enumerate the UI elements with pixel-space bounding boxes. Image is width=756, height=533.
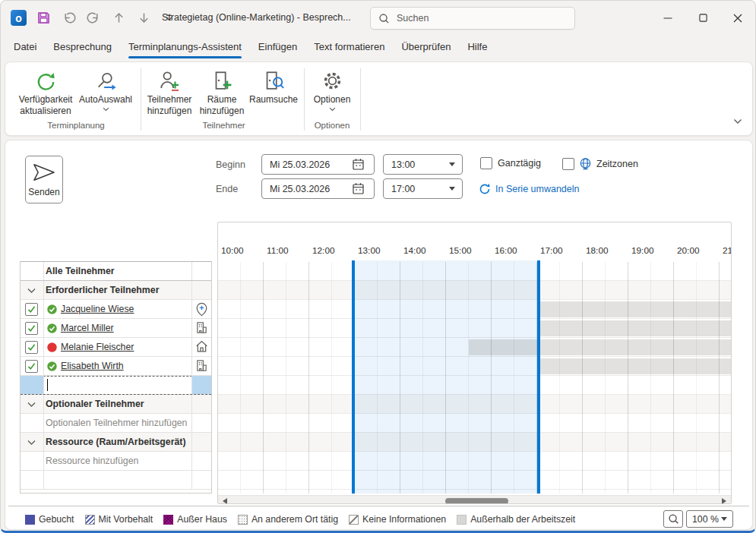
begin-time-dropdown[interactable]: 13:00 — [383, 154, 463, 175]
add-rooms-button[interactable]: Räume hinzufügen — [197, 67, 247, 117]
undo-icon[interactable] — [59, 8, 79, 28]
location-add-icon[interactable] — [195, 302, 208, 317]
attendee-checkbox[interactable] — [25, 341, 38, 354]
quick-access-toolbar: o — [8, 8, 179, 28]
timezones-checkbox[interactable] — [562, 158, 574, 170]
send-button[interactable]: Senden — [25, 156, 63, 203]
legend-label: Keine Informationen — [362, 514, 446, 525]
tab-besprechung[interactable]: Besprechung — [45, 35, 120, 60]
minimize-icon[interactable] — [650, 1, 685, 35]
room-finder-button[interactable]: Raumsuche — [248, 67, 299, 106]
attendee-name-link[interactable]: Jacqueline Wiese — [61, 304, 134, 314]
column-divider — [191, 281, 192, 299]
zoom-button[interactable] — [663, 510, 683, 528]
tab-terminplanungs-assistent[interactable]: Terminplanungs-Assistent — [120, 35, 250, 60]
legend-item: Gebucht — [25, 514, 74, 525]
placeholder-row[interactable]: Ressource hinzufügen — [21, 452, 211, 471]
attendee-row[interactable]: Jacqueline Wiese — [21, 300, 211, 319]
collapse-ribbon-chevron-icon[interactable] — [733, 118, 742, 125]
scrollbar-thumb[interactable] — [445, 498, 508, 504]
attendee-name-link[interactable]: Marcel Miller — [61, 323, 114, 333]
convert-to-series-link[interactable]: In Serie umwandeln — [479, 183, 579, 195]
end-date-field[interactable] — [261, 178, 375, 199]
chevron-down-icon — [329, 107, 336, 112]
end-label: Ende — [216, 184, 238, 194]
refresh-availability-button[interactable]: Verfügbarkeit aktualisieren — [8, 67, 84, 117]
legend-label: An anderem Ort tätig — [251, 514, 338, 525]
tab-hilfe[interactable]: Hilfe — [459, 35, 495, 60]
move-down-icon[interactable] — [134, 8, 154, 28]
tab-datei[interactable]: Datei — [5, 35, 45, 60]
horizontal-scrollbar[interactable] — [218, 495, 731, 504]
attendee-checkbox[interactable] — [25, 322, 38, 335]
room-search-icon — [248, 67, 299, 94]
allday-checkbox[interactable] — [480, 157, 492, 169]
column-divider — [43, 452, 44, 470]
group-divider — [304, 68, 305, 131]
column-divider — [43, 300, 44, 318]
recurrence-icon — [479, 183, 491, 195]
zoom-level-dropdown[interactable]: 100 % — [686, 510, 733, 528]
scroll-right-arrow-icon[interactable] — [722, 498, 726, 504]
begin-date-field[interactable] — [261, 154, 375, 175]
move-up-icon[interactable] — [109, 8, 129, 28]
calendar-icon[interactable] — [352, 158, 365, 171]
time-label: 16:00 — [495, 245, 517, 256]
tab-ueberpruefen[interactable]: Überprüfen — [393, 35, 459, 60]
ribbon-tabs: Datei Besprechung Terminplanungs-Assiste… — [5, 35, 495, 60]
availability-legend: GebuchtMit VorbehaltAußer HausAn anderem… — [25, 512, 575, 527]
calendar-icon[interactable] — [352, 182, 365, 195]
save-icon[interactable] — [33, 8, 54, 28]
collapse-group-chevron-icon[interactable] — [27, 288, 36, 294]
legend-swatch-working-elsewhere — [238, 515, 248, 525]
redo-icon[interactable] — [84, 8, 104, 28]
options-button[interactable]: Optionen — [308, 67, 356, 112]
outlook-logo-icon: o — [8, 8, 29, 28]
row-select-cell — [191, 376, 211, 394]
attendee-row[interactable]: Melanie Fleischer — [21, 338, 211, 357]
column-divider — [191, 376, 192, 394]
autopick-button[interactable]: AutoAuswahl — [77, 67, 134, 112]
attendee-row[interactable]: Marcel Miller — [21, 319, 211, 338]
begin-date-input[interactable] — [270, 159, 352, 170]
tab-text-formatieren[interactable]: Text formatieren — [305, 35, 393, 60]
end-time-dropdown[interactable]: 17:00 — [383, 178, 463, 199]
add-attendee-placeholder[interactable]: Ressource hinzufügen — [46, 456, 138, 466]
attendee-name-link[interactable]: Melanie Fleischer — [61, 342, 134, 352]
collapse-group-chevron-icon[interactable] — [27, 440, 36, 446]
free-busy-grid[interactable]: 10:0011:0012:0013:0014:0015:0016:0017:00… — [217, 222, 732, 504]
column-divider — [43, 395, 44, 413]
attendee-checkbox[interactable] — [25, 360, 38, 373]
close-icon[interactable] — [720, 1, 755, 35]
search-input[interactable] — [397, 13, 549, 24]
gear-icon — [308, 67, 356, 94]
add-attendees-button[interactable]: Teilnehmer hinzufügen — [144, 67, 195, 117]
time-label: 13:00 — [358, 245, 381, 256]
collapse-group-chevron-icon[interactable] — [27, 402, 36, 408]
group-row: Optionaler Teilnehmer — [21, 395, 211, 414]
column-divider — [191, 262, 192, 280]
tab-einfuegen[interactable]: Einfügen — [250, 35, 305, 60]
home-icon[interactable] — [195, 340, 208, 352]
maximize-icon[interactable] — [685, 1, 720, 35]
column-divider — [191, 338, 192, 356]
time-label: 20:00 — [677, 245, 700, 256]
column-divider — [43, 319, 44, 337]
new-attendee-input-row[interactable] — [21, 376, 211, 395]
room-add-icon — [197, 67, 247, 94]
attendee-name-link[interactable]: Elisabeth Wirth — [61, 361, 124, 371]
placeholder-row[interactable]: Optionalen Teilnehmer hinzufügen — [21, 414, 211, 433]
time-label: 17:00 — [540, 245, 563, 256]
attendee-checkbox[interactable] — [25, 303, 38, 316]
add-attendee-placeholder[interactable]: Optionalen Teilnehmer hinzufügen — [46, 418, 187, 428]
person-add-icon — [144, 67, 195, 94]
legend-swatch-no-information — [349, 515, 359, 525]
building-icon[interactable] — [195, 359, 208, 372]
building-icon[interactable] — [195, 321, 208, 334]
attendee-row[interactable]: Elisabeth Wirth — [21, 357, 211, 376]
meeting-time-selection[interactable] — [352, 260, 540, 494]
legend-swatch-busy — [25, 515, 35, 525]
end-date-input[interactable] — [270, 184, 352, 194]
scroll-left-arrow-icon[interactable] — [223, 498, 227, 504]
search-box[interactable] — [370, 7, 575, 30]
